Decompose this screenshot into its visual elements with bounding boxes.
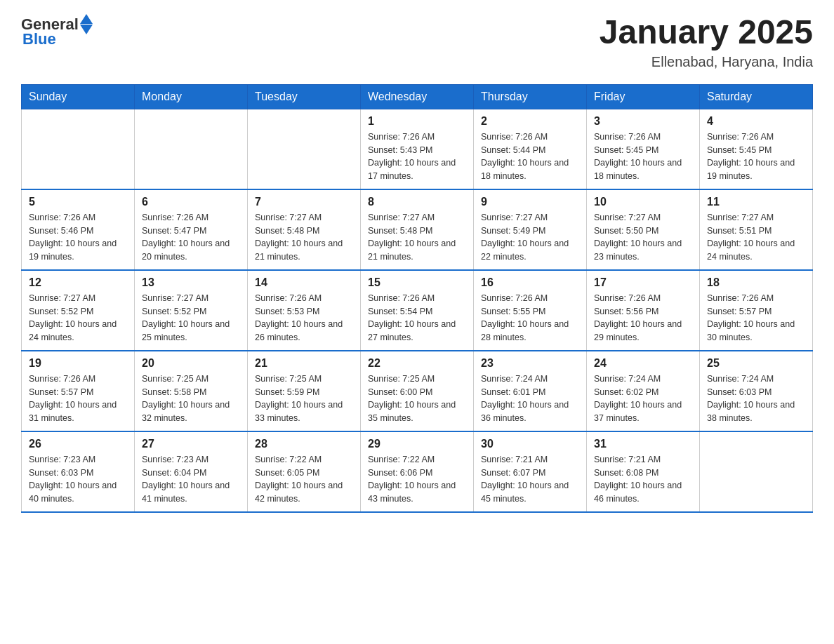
calendar-day-cell: 8Sunrise: 7:27 AM Sunset: 5:48 PM Daylig… [361, 189, 474, 270]
day-number: 3 [594, 115, 692, 128]
day-number: 2 [481, 115, 579, 128]
calendar-day-cell: 9Sunrise: 7:27 AM Sunset: 5:49 PM Daylig… [474, 189, 587, 270]
day-info: Sunrise: 7:26 AM Sunset: 5:45 PM Dayligh… [594, 130, 692, 183]
day-number: 17 [594, 276, 692, 289]
calendar-week-row: 1Sunrise: 7:26 AM Sunset: 5:43 PM Daylig… [22, 109, 813, 189]
day-info: Sunrise: 7:26 AM Sunset: 5:53 PM Dayligh… [255, 292, 353, 344]
day-info: Sunrise: 7:21 AM Sunset: 6:07 PM Dayligh… [481, 453, 579, 506]
calendar-week-row: 26Sunrise: 7:23 AM Sunset: 6:03 PM Dayli… [22, 431, 813, 512]
calendar-day-cell: 12Sunrise: 7:27 AM Sunset: 5:52 PM Dayli… [22, 270, 135, 351]
calendar-week-row: 5Sunrise: 7:26 AM Sunset: 5:46 PM Daylig… [22, 189, 813, 270]
calendar-week-row: 19Sunrise: 7:26 AM Sunset: 5:57 PM Dayli… [22, 351, 813, 431]
day-info: Sunrise: 7:25 AM Sunset: 5:59 PM Dayligh… [255, 373, 353, 425]
day-info: Sunrise: 7:24 AM Sunset: 6:02 PM Dayligh… [594, 373, 692, 425]
day-info: Sunrise: 7:26 AM Sunset: 5:43 PM Dayligh… [368, 130, 466, 183]
day-info: Sunrise: 7:27 AM Sunset: 5:49 PM Dayligh… [481, 211, 579, 264]
day-info: Sunrise: 7:26 AM Sunset: 5:57 PM Dayligh… [707, 292, 805, 344]
day-of-week-header: Saturday [700, 84, 813, 109]
day-info: Sunrise: 7:26 AM Sunset: 5:54 PM Dayligh… [368, 292, 466, 344]
logo-blue: Blue [22, 30, 56, 48]
calendar-day-cell: 4Sunrise: 7:26 AM Sunset: 5:45 PM Daylig… [700, 109, 813, 189]
day-info: Sunrise: 7:27 AM Sunset: 5:52 PM Dayligh… [29, 292, 127, 344]
day-number: 13 [142, 276, 240, 289]
calendar-day-cell: 1Sunrise: 7:26 AM Sunset: 5:43 PM Daylig… [361, 109, 474, 189]
calendar-day-cell: 11Sunrise: 7:27 AM Sunset: 5:51 PM Dayli… [700, 189, 813, 270]
day-number: 9 [481, 196, 579, 208]
day-number: 20 [142, 357, 240, 370]
calendar-day-cell [135, 109, 248, 189]
day-number: 8 [368, 196, 466, 208]
calendar-day-cell: 23Sunrise: 7:24 AM Sunset: 6:01 PM Dayli… [474, 351, 587, 431]
calendar-day-cell: 31Sunrise: 7:21 AM Sunset: 6:08 PM Dayli… [587, 431, 700, 512]
calendar-day-cell: 27Sunrise: 7:23 AM Sunset: 6:04 PM Dayli… [135, 431, 248, 512]
day-of-week-header: Friday [587, 84, 700, 109]
day-number: 22 [368, 357, 466, 370]
day-number: 12 [29, 276, 127, 289]
calendar-day-cell [700, 431, 813, 512]
day-number: 1 [368, 115, 466, 128]
calendar-week-row: 12Sunrise: 7:27 AM Sunset: 5:52 PM Dayli… [22, 270, 813, 351]
calendar-day-cell: 26Sunrise: 7:23 AM Sunset: 6:03 PM Dayli… [22, 431, 135, 512]
calendar-day-cell: 24Sunrise: 7:24 AM Sunset: 6:02 PM Dayli… [587, 351, 700, 431]
day-of-week-header: Tuesday [248, 84, 361, 109]
calendar-day-cell: 20Sunrise: 7:25 AM Sunset: 5:58 PM Dayli… [135, 351, 248, 431]
day-info: Sunrise: 7:25 AM Sunset: 5:58 PM Dayligh… [142, 373, 240, 425]
calendar-day-cell [22, 109, 135, 189]
calendar-day-cell: 7Sunrise: 7:27 AM Sunset: 5:48 PM Daylig… [248, 189, 361, 270]
month-title: January 2025 [600, 14, 813, 51]
day-info: Sunrise: 7:22 AM Sunset: 6:06 PM Dayligh… [368, 453, 466, 506]
day-info: Sunrise: 7:23 AM Sunset: 6:03 PM Dayligh… [29, 453, 127, 506]
day-number: 19 [29, 357, 127, 370]
day-number: 31 [594, 438, 692, 450]
day-number: 5 [29, 196, 127, 208]
day-info: Sunrise: 7:26 AM Sunset: 5:56 PM Dayligh… [594, 292, 692, 344]
day-info: Sunrise: 7:27 AM Sunset: 5:48 PM Dayligh… [255, 211, 353, 264]
day-info: Sunrise: 7:26 AM Sunset: 5:57 PM Dayligh… [29, 373, 127, 425]
title-block: January 2025 Ellenabad, Haryana, India [600, 14, 813, 70]
day-number: 29 [368, 438, 466, 450]
day-number: 16 [481, 276, 579, 289]
day-number: 4 [707, 115, 805, 128]
day-info: Sunrise: 7:27 AM Sunset: 5:52 PM Dayligh… [142, 292, 240, 344]
day-of-week-header: Wednesday [361, 84, 474, 109]
calendar-day-cell: 2Sunrise: 7:26 AM Sunset: 5:44 PM Daylig… [474, 109, 587, 189]
day-info: Sunrise: 7:24 AM Sunset: 6:03 PM Dayligh… [707, 373, 805, 425]
day-info: Sunrise: 7:27 AM Sunset: 5:50 PM Dayligh… [594, 211, 692, 264]
day-info: Sunrise: 7:24 AM Sunset: 6:01 PM Dayligh… [481, 373, 579, 425]
calendar-day-cell: 10Sunrise: 7:27 AM Sunset: 5:50 PM Dayli… [587, 189, 700, 270]
logo: General Blue [21, 14, 93, 48]
day-info: Sunrise: 7:26 AM Sunset: 5:44 PM Dayligh… [481, 130, 579, 183]
calendar-day-cell: 13Sunrise: 7:27 AM Sunset: 5:52 PM Dayli… [135, 270, 248, 351]
day-number: 27 [142, 438, 240, 450]
location-title: Ellenabad, Haryana, India [600, 54, 813, 70]
day-info: Sunrise: 7:25 AM Sunset: 6:00 PM Dayligh… [368, 373, 466, 425]
day-number: 26 [29, 438, 127, 450]
day-number: 28 [255, 438, 353, 450]
day-of-week-header: Sunday [22, 84, 135, 109]
calendar-day-cell [248, 109, 361, 189]
calendar-table: SundayMondayTuesdayWednesdayThursdayFrid… [21, 84, 813, 513]
day-of-week-header: Thursday [474, 84, 587, 109]
calendar-day-cell: 29Sunrise: 7:22 AM Sunset: 6:06 PM Dayli… [361, 431, 474, 512]
calendar-day-cell: 14Sunrise: 7:26 AM Sunset: 5:53 PM Dayli… [248, 270, 361, 351]
day-info: Sunrise: 7:27 AM Sunset: 5:51 PM Dayligh… [707, 211, 805, 264]
day-number: 7 [255, 196, 353, 208]
calendar-day-cell: 3Sunrise: 7:26 AM Sunset: 5:45 PM Daylig… [587, 109, 700, 189]
page-header: General Blue January 2025 Ellenabad, Har… [21, 14, 813, 70]
calendar-day-cell: 22Sunrise: 7:25 AM Sunset: 6:00 PM Dayli… [361, 351, 474, 431]
day-number: 23 [481, 357, 579, 370]
calendar-day-cell: 17Sunrise: 7:26 AM Sunset: 5:56 PM Dayli… [587, 270, 700, 351]
calendar-day-cell: 19Sunrise: 7:26 AM Sunset: 5:57 PM Dayli… [22, 351, 135, 431]
calendar-day-cell: 28Sunrise: 7:22 AM Sunset: 6:05 PM Dayli… [248, 431, 361, 512]
calendar-day-cell: 25Sunrise: 7:24 AM Sunset: 6:03 PM Dayli… [700, 351, 813, 431]
calendar-header-row: SundayMondayTuesdayWednesdayThursdayFrid… [22, 84, 813, 109]
day-number: 14 [255, 276, 353, 289]
day-info: Sunrise: 7:26 AM Sunset: 5:45 PM Dayligh… [707, 130, 805, 183]
calendar-day-cell: 15Sunrise: 7:26 AM Sunset: 5:54 PM Dayli… [361, 270, 474, 351]
day-info: Sunrise: 7:26 AM Sunset: 5:47 PM Dayligh… [142, 211, 240, 264]
day-number: 11 [707, 196, 805, 208]
calendar-day-cell: 21Sunrise: 7:25 AM Sunset: 5:59 PM Dayli… [248, 351, 361, 431]
day-info: Sunrise: 7:27 AM Sunset: 5:48 PM Dayligh… [368, 211, 466, 264]
day-number: 6 [142, 196, 240, 208]
calendar-day-cell: 5Sunrise: 7:26 AM Sunset: 5:46 PM Daylig… [22, 189, 135, 270]
